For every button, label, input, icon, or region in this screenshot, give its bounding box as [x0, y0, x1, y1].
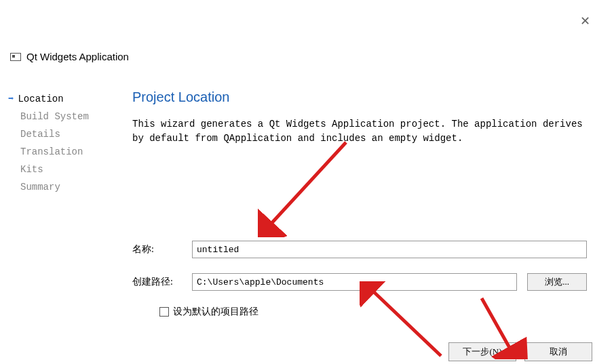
sidebar-label: Summary [20, 182, 60, 193]
app-icon [10, 53, 21, 61]
name-row: 名称: [132, 241, 587, 258]
sidebar-item-location[interactable]: ➡ Location [20, 89, 132, 108]
path-row: 创建路径: 浏览... [132, 273, 587, 291]
browse-button[interactable]: 浏览... [527, 273, 587, 291]
window-title: Qt Widgets Application [26, 51, 129, 62]
sidebar-label: Details [20, 129, 60, 140]
close-icon[interactable]: ✕ [580, 14, 590, 28]
default-path-label: 设为默认的项目路径 [173, 306, 258, 318]
wizard-sidebar: ➡ Location Build System Details Translat… [0, 89, 132, 318]
sidebar-label: Location [18, 94, 63, 104]
arrow-right-icon: ➡ [8, 93, 14, 104]
sidebar-item-build-system: Build System [20, 108, 132, 125]
path-label: 创建路径: [132, 276, 192, 288]
page-heading: Project Location [132, 89, 587, 105]
sidebar-item-summary: Summary [20, 178, 132, 196]
next-button[interactable]: 下一步(N) [448, 342, 516, 361]
main-panel: Project Location This wizard generates a… [132, 89, 614, 318]
sidebar-item-translation: Translation [20, 143, 132, 161]
path-input[interactable] [192, 273, 517, 291]
button-bar: 下一步(N) 取消 [448, 342, 592, 361]
name-label: 名称: [132, 243, 192, 256]
cancel-button[interactable]: 取消 [524, 342, 592, 361]
sidebar-label: Translation [20, 146, 83, 157]
sidebar-item-details: Details [20, 125, 132, 143]
name-input[interactable] [192, 241, 587, 258]
title-bar: Qt Widgets Application [0, 0, 614, 62]
page-description: This wizard generates a Qt Widgets Appli… [132, 117, 587, 146]
sidebar-label: Build System [20, 111, 89, 122]
sidebar-item-kits: Kits [20, 161, 132, 178]
default-path-row: 设为默认的项目路径 [159, 306, 587, 318]
sidebar-label: Kits [20, 164, 43, 175]
default-path-checkbox[interactable] [159, 307, 169, 317]
